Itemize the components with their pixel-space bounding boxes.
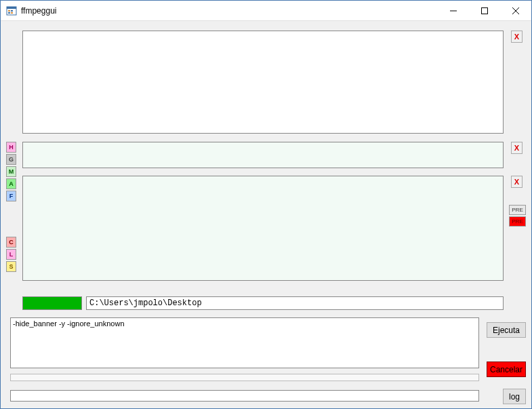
side-m-button[interactable]: M — [6, 166, 16, 177]
pre-button-active[interactable]: PRE — [509, 216, 526, 227]
progress-bar — [10, 374, 479, 381]
execute-button[interactable]: Ejecuta — [487, 322, 526, 338]
app-icon — [6, 5, 17, 16]
side-toolbar-top: H G M A F — [6, 142, 17, 203]
maximize-button[interactable] — [469, 1, 500, 21]
clear-input-button[interactable]: X — [511, 31, 523, 43]
svg-rect-4 — [8, 12, 10, 14]
svg-rect-1 — [7, 7, 16, 9]
options-panel-1[interactable] — [22, 142, 504, 168]
options-panel-2[interactable] — [22, 176, 504, 281]
side-a-button[interactable]: A — [6, 178, 16, 189]
client-area: X X X H G M A F C L S PRE PRE Ejecuta Ca… — [1, 21, 531, 408]
svg-rect-7 — [482, 7, 488, 14]
progress-indicator — [22, 296, 82, 310]
side-f-button[interactable]: F — [6, 191, 16, 201]
minimize-button[interactable] — [438, 1, 469, 21]
side-c-button[interactable]: C — [6, 237, 16, 248]
side-s-button[interactable]: S — [6, 261, 16, 272]
output-path-input[interactable] — [86, 296, 504, 310]
arguments-input[interactable] — [10, 317, 479, 368]
side-toolbar-bottom: C L S — [6, 237, 17, 273]
clear-options2-button[interactable]: X — [511, 176, 523, 188]
side-h-button[interactable]: H — [6, 142, 16, 153]
side-l-button[interactable]: L — [6, 249, 16, 260]
titlebar: ffmpeggui — [1, 1, 531, 21]
clear-options1-button[interactable]: X — [511, 142, 523, 154]
log-button[interactable]: log — [503, 389, 526, 404]
window-title: ffmpeggui — [21, 6, 56, 16]
input-files-panel[interactable] — [22, 31, 504, 134]
side-g-button[interactable]: G — [6, 154, 16, 165]
svg-rect-5 — [11, 12, 13, 14]
close-button[interactable] — [500, 1, 531, 21]
svg-rect-3 — [11, 10, 13, 12]
status-bar — [10, 390, 479, 402]
cancel-button[interactable]: Cancelar — [487, 362, 526, 377]
svg-rect-2 — [8, 10, 10, 12]
pre-button[interactable]: PRE — [509, 205, 526, 215]
